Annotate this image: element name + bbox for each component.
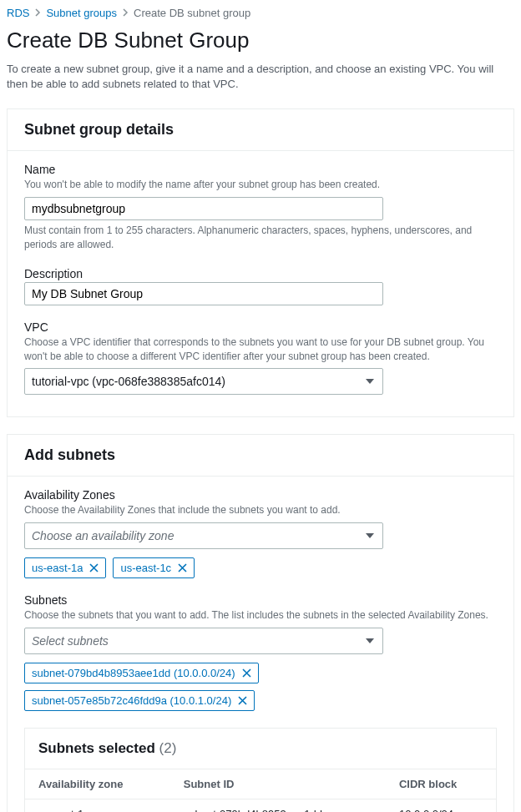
page-description: To create a new subnet group, give it a … [7,62,514,92]
subnets-selected-title: Subnets selected [38,740,155,756]
breadcrumb-current: Create DB subnet group [134,7,250,19]
chevron-down-icon [366,638,374,643]
az-label: Availability Zones [24,488,497,502]
chevron-down-icon [366,379,374,384]
close-icon[interactable] [178,563,187,572]
subnets-select[interactable]: Select subnets [24,628,383,654]
name-input[interactable] [24,197,383,220]
panel-header: Add subnets [8,435,513,477]
subnets-label: Subnets [24,593,497,607]
panel-add-subnets: Add subnets Availability Zones Choose th… [7,434,514,812]
breadcrumb-root[interactable]: RDS [7,7,29,19]
panel-header: Subnet group details [8,109,513,151]
subnet-tags: subnet-057e85b72c46fdd9a (10.0.1.0/24) [24,690,497,711]
description-label: Description [24,267,497,280]
vpc-hint: Choose a VPC identifier that corresponds… [24,335,497,364]
subnets-hint: Choose the subnets that you want to add.… [24,608,497,623]
cell-az: us-east-1a [25,799,170,812]
subnets-selected-table: Subnets selected (2) Availability zone S… [24,728,497,812]
table-row: us-east-1a subnet-079bd4b8953aee1dd 10.0… [25,799,496,812]
az-tag-label: us-east-1a [32,562,83,574]
az-tag: us-east-1a [24,557,106,578]
subnet-tags: subnet-079bd4b8953aee1dd (10.0.0.0/24) [24,663,497,683]
breadcrumb-parent[interactable]: Subnet groups [46,7,117,19]
az-tags: us-east-1a us-east-1c [24,557,497,578]
az-tag: us-east-1c [113,557,195,578]
col-subnet-id: Subnet ID [170,769,386,799]
vpc-select[interactable]: tutorial-vpc (vpc-068fe388385afc014) [24,368,383,395]
az-hint: Choose the Availability Zones that inclu… [24,503,497,517]
subnet-tag-label: subnet-079bd4b8953aee1dd (10.0.0.0/24) [32,667,235,679]
az-tag-label: us-east-1c [120,562,171,574]
az-select-placeholder: Choose an availability zone [32,529,174,542]
panel-subnet-group-details: Subnet group details Name You won't be a… [7,108,514,417]
vpc-select-value: tutorial-vpc (vpc-068fe388385afc014) [32,375,225,388]
vpc-label: VPC [24,320,497,334]
page-title: Create DB Subnet Group [7,28,514,53]
col-az: Availability zone [25,769,170,799]
close-icon[interactable] [242,668,251,678]
subnet-tag: subnet-057e85b72c46fdd9a (10.0.1.0/24) [24,690,255,711]
close-icon[interactable] [89,563,99,572]
cell-cidr: 10.0.0.0/24 [386,799,496,812]
chevron-down-icon [366,533,374,538]
cell-subnet-id: subnet-079bd4b8953aee1dd [170,799,386,812]
az-select[interactable]: Choose an availability zone [24,522,383,549]
subnets-select-placeholder: Select subnets [32,634,109,648]
breadcrumb: RDS Subnet groups Create DB subnet group [7,3,514,24]
subnets-selected-count: (2) [159,740,177,756]
chevron-right-icon [34,8,41,18]
col-cidr: CIDR block [386,769,496,799]
name-hint-above: You won't be able to modify the name aft… [24,178,497,192]
name-label: Name [24,163,497,176]
chevron-right-icon [122,8,129,18]
subnet-tag: subnet-079bd4b8953aee1dd (10.0.0.0/24) [24,663,259,683]
close-icon[interactable] [238,696,247,705]
subnet-tag-label: subnet-057e85b72c46fdd9a (10.0.1.0/24) [32,694,231,707]
description-input[interactable] [24,282,383,305]
name-hint-below: Must contain from 1 to 255 characters. A… [24,224,497,252]
subnets-selected-header: Subnets selected (2) [25,729,496,769]
